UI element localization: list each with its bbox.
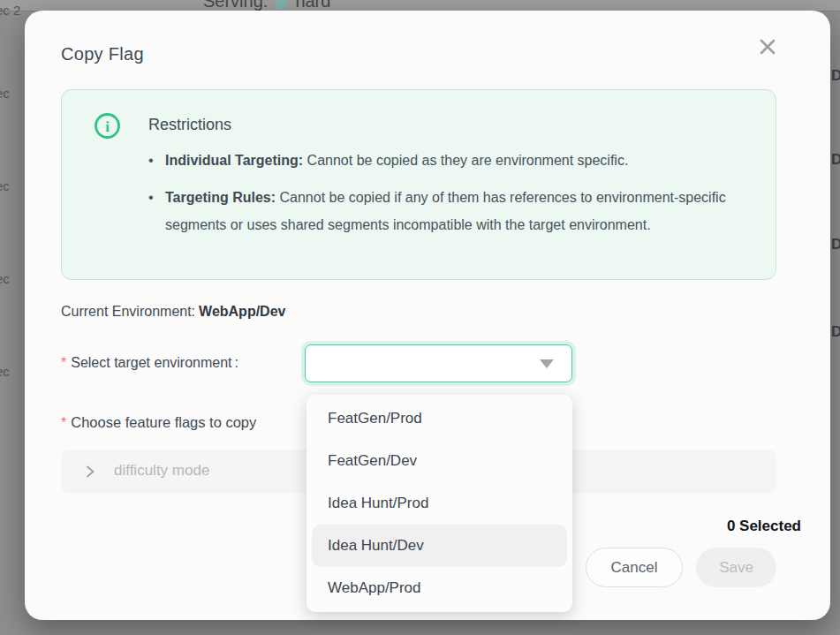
dropdown-option-highlighted[interactable]: Idea Hunt/Dev: [312, 525, 567, 567]
backdrop-text-fragment: ec: [0, 271, 10, 286]
feature-flag-name: difficulty mode: [114, 462, 209, 480]
dropdown-option[interactable]: WebApp/Prod: [306, 567, 572, 609]
cancel-button[interactable]: Cancel: [586, 548, 683, 587]
backdrop-text-fragment: De: [831, 67, 840, 85]
backdrop-text-fragment: ec 2: [0, 3, 20, 18]
backdrop-text-fragment: ec: [0, 178, 10, 193]
current-environment-row: Current Environment:WebApp/Dev: [61, 304, 285, 320]
save-button[interactable]: Save: [696, 548, 776, 587]
restriction-item-text: Cannot be copied as they are environment…: [303, 153, 628, 168]
choose-flags-label: *Choose feature flags to copy: [61, 414, 256, 431]
backdrop-text-fragment: De: [831, 236, 840, 253]
info-icon: i: [94, 112, 121, 143]
close-x-glyph: [758, 37, 777, 57]
current-environment-value: WebApp/Dev: [199, 304, 285, 319]
svg-text:i: i: [105, 118, 110, 135]
copy-flag-modal: Copy Flag i Restrictions Individual Targ…: [25, 11, 830, 620]
required-asterisk: *: [61, 415, 66, 430]
restriction-item: Targeting Rules: Cannot be copied if any…: [148, 184, 758, 238]
chevron-right-icon[interactable]: [83, 465, 97, 479]
environment-dropdown-panel: FeatGen/Prod FeatGen/Dev Idea Hunt/Prod …: [306, 395, 572, 612]
backdrop-text-fragment: ec: [0, 86, 10, 101]
dropdown-option[interactable]: FeatGen/Prod: [306, 397, 572, 440]
restrictions-box: i Restrictions Individual Targeting: Can…: [61, 89, 776, 280]
serving-status-dot-icon: [276, 0, 287, 10]
backdrop-text-fragment: De: [831, 323, 840, 341]
close-icon[interactable]: [756, 35, 779, 58]
dropdown-arrow-icon: [540, 359, 554, 368]
required-asterisk: *: [61, 355, 66, 370]
screen: Serving: hard ec 2 ec ec ec ec De De De …: [0, 0, 840, 635]
restrictions-title: Restrictions: [148, 116, 231, 134]
target-environment-colon: :: [235, 355, 238, 370]
backdrop-text-fragment: ec: [0, 364, 10, 379]
current-environment-label: Current Environment:: [61, 304, 195, 319]
target-environment-select[interactable]: [305, 344, 572, 382]
backdrop-text-fragment: De: [831, 151, 840, 169]
dropdown-option[interactable]: FeatGen/Dev: [306, 440, 572, 482]
target-environment-label: *Select target environment:: [61, 355, 238, 371]
restriction-item-term: Individual Targeting:: [165, 153, 303, 168]
dropdown-option[interactable]: Idea Hunt/Prod: [306, 482, 572, 525]
restrictions-list: Individual Targeting: Cannot be copied a…: [148, 147, 754, 248]
selected-count: 0 Selected: [727, 518, 801, 535]
restriction-item: Individual Targeting: Cannot be copied a…: [148, 147, 758, 174]
target-environment-label-text: Select target environment: [71, 355, 231, 370]
choose-flags-label-text: Choose feature flags to copy: [71, 414, 256, 430]
modal-title: Copy Flag: [61, 44, 144, 64]
restriction-item-term: Targeting Rules:: [165, 190, 276, 205]
